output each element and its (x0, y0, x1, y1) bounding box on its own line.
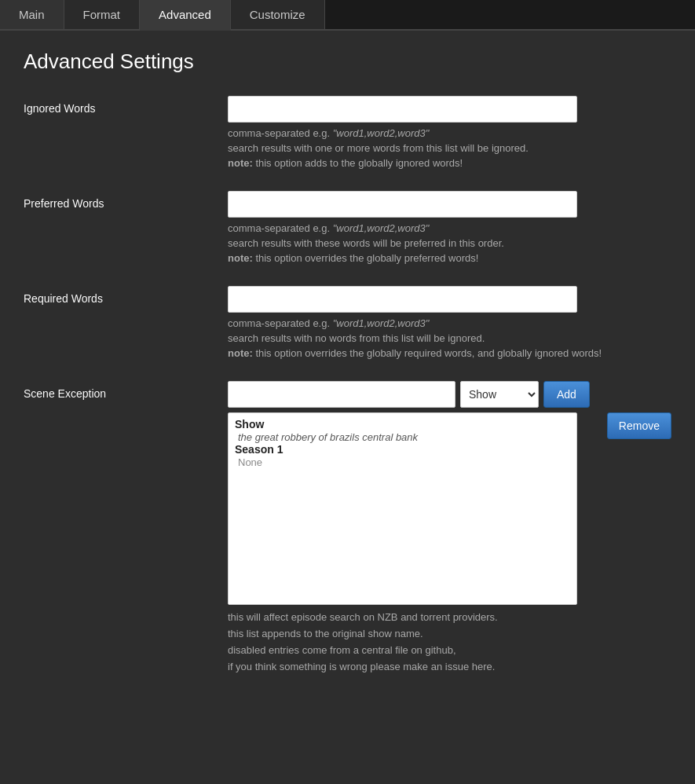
ignored-words-note: note: this option adds to the globally i… (228, 157, 671, 169)
tab-advanced[interactable]: Advanced (140, 0, 231, 31)
ignored-words-field: comma-separated e.g. "word1,word2,word3"… (228, 96, 671, 169)
scene-exception-inputs: Show Season Add (228, 381, 601, 408)
scene-exception-remove-button[interactable]: Remove (607, 412, 671, 439)
scene-exception-help1: this will affect episode search on NZB a… (228, 611, 671, 623)
preferred-words-label: Preferred Words (24, 191, 228, 210)
scene-exception-list[interactable]: Show the great robbery of brazils centra… (228, 412, 577, 605)
ignored-words-label: Ignored Words (24, 96, 228, 115)
scene-exception-input[interactable] (228, 381, 455, 408)
list-item: Show the great robbery of brazils centra… (235, 418, 570, 468)
preferred-words-field: comma-separated e.g. "word1,word2,word3"… (228, 191, 671, 264)
ignored-words-help1: comma-separated e.g. "word1,word2,word3" (228, 127, 671, 139)
page-title: Advanced Settings (24, 49, 671, 74)
scene-exception-label: Scene Exception (24, 381, 228, 400)
required-words-row: Required Words comma-separated e.g. "wor… (24, 286, 671, 359)
preferred-words-input[interactable] (228, 191, 577, 218)
scene-exception-field: Show Season Add Show the great robbery o… (228, 381, 671, 672)
required-words-help2: search results with no words from this l… (228, 332, 671, 344)
scene-list-season-value: None (235, 456, 570, 468)
required-words-label: Required Words (24, 286, 228, 305)
scene-exception-row: Scene Exception Show Season Add (24, 381, 671, 672)
ignored-words-help2: search results with one or more words fr… (228, 142, 671, 154)
tab-main[interactable]: Main (0, 0, 64, 29)
scene-list-show-value: the great robbery of brazils central ban… (235, 430, 570, 443)
ignored-words-row: Ignored Words comma-separated e.g. "word… (24, 96, 671, 169)
scene-exception-add-button[interactable]: Add (543, 381, 590, 408)
scene-exception-help3: disabled entries come from a central fil… (228, 644, 671, 656)
required-words-note: note: this option overrides the globally… (228, 347, 671, 359)
scene-exception-help4: if you think something is wrong please m… (228, 661, 671, 672)
preferred-words-note: note: this option overrides the globally… (228, 252, 671, 264)
scene-list-show-label: Show (235, 418, 570, 430)
main-content: Advanced Settings Ignored Words comma-se… (0, 31, 695, 713)
preferred-words-help2: search results with these words will be … (228, 237, 671, 249)
scene-exception-help2: this list appends to the original show n… (228, 628, 671, 639)
preferred-words-row: Preferred Words comma-separated e.g. "wo… (24, 191, 671, 264)
required-words-help1: comma-separated e.g. "word1,word2,word3" (228, 317, 671, 329)
tab-bar: Main Format Advanced Customize (0, 0, 695, 31)
scene-list-season-label: Season 1 (235, 443, 570, 456)
scene-exception-main: Show Season Add Show the great robbery o… (228, 381, 601, 605)
tab-format[interactable]: Format (64, 0, 141, 29)
required-words-input[interactable] (228, 286, 577, 313)
tab-customize[interactable]: Customize (231, 0, 325, 29)
ignored-words-input[interactable] (228, 96, 577, 123)
required-words-field: comma-separated e.g. "word1,word2,word3"… (228, 286, 671, 359)
scene-exception-wrapper: Show Season Add Show the great robbery o… (228, 381, 671, 605)
scene-exception-select[interactable]: Show Season (460, 381, 539, 408)
preferred-words-help1: comma-separated e.g. "word1,word2,word3" (228, 222, 671, 234)
